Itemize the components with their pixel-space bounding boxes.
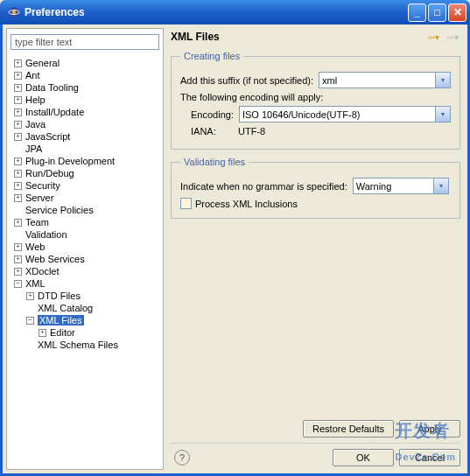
cancel-button[interactable]: Cancel <box>399 449 460 466</box>
tree-item[interactable]: −XML <box>11 277 159 290</box>
tree-item[interactable]: +Web Services <box>11 253 159 265</box>
tree-item[interactable]: +Security <box>11 179 159 192</box>
tree-item[interactable]: +Java <box>11 118 159 130</box>
tree-item[interactable]: XML Schema Files <box>11 339 159 351</box>
grammar-value: Warning <box>356 181 392 192</box>
tree-item[interactable]: +JavaScript <box>11 130 159 143</box>
preferences-tree[interactable]: +General+Ant+Data Tooling+Help+Install/U… <box>11 57 159 464</box>
expand-icon[interactable]: + <box>14 243 22 251</box>
tree-item-label[interactable]: Web Services <box>25 254 85 264</box>
tree-item[interactable]: +Run/Debug <box>11 167 159 179</box>
encoding-label: Encoding: <box>191 109 234 120</box>
tree-item[interactable]: Validation <box>11 228 159 241</box>
minimize-button[interactable]: _ <box>408 4 426 22</box>
encoding-combo[interactable]: ISO 10646/Unicode(UTF-8) ▾ <box>239 106 451 122</box>
tree-item-label[interactable]: Plug-in Development <box>25 156 115 166</box>
tree-item-label[interactable]: JavaScript <box>25 131 70 142</box>
expand-icon[interactable]: + <box>14 158 22 165</box>
inclusions-label: Process XML Inclusions <box>195 199 298 209</box>
tree-item[interactable]: +Web <box>11 241 159 253</box>
validating-files-legend: Validating files <box>180 157 249 167</box>
expand-icon[interactable]: + <box>14 194 22 202</box>
tree-item-label[interactable]: Ant <box>25 70 40 80</box>
tree-item-label[interactable]: XML Schema Files <box>38 340 118 350</box>
tree-item-label[interactable]: XML Files <box>38 315 84 326</box>
tree-item-label[interactable]: Team <box>25 217 49 228</box>
expander-spacer <box>14 206 22 214</box>
expand-icon[interactable]: + <box>14 256 22 263</box>
tree-item[interactable]: −XML Files <box>11 314 159 326</box>
right-pane: XML Files ⇦▾ ⇨▾ Creating files Add this … <box>164 24 467 473</box>
tree-item[interactable]: +Editor <box>11 326 159 339</box>
tree-item[interactable]: XML Catalog <box>11 302 159 314</box>
expand-icon[interactable]: + <box>39 329 46 337</box>
creating-files-group: Creating files Add this suffix (if not s… <box>171 51 460 150</box>
expand-icon[interactable]: + <box>14 60 22 67</box>
suffix-combo[interactable]: xml ▾ <box>319 72 451 88</box>
expand-icon[interactable]: + <box>14 121 22 129</box>
tree-item-label[interactable]: Validation <box>25 229 67 240</box>
grammar-combo[interactable]: Warning ▾ <box>353 178 449 194</box>
expand-icon[interactable]: + <box>14 96 22 104</box>
tree-item-label[interactable]: Web <box>25 242 45 252</box>
tree-item-label[interactable]: Server <box>25 192 53 203</box>
tree-item[interactable]: +General <box>11 57 159 69</box>
tree-item[interactable]: +Plug-in Development <box>11 155 159 167</box>
tree-item-label[interactable]: DTD Files <box>38 290 81 301</box>
tree-item[interactable]: +Help <box>11 94 159 106</box>
tree-item-label[interactable]: XDoclet <box>25 266 60 276</box>
ok-button[interactable]: OK <box>333 449 394 466</box>
tree-item[interactable]: +XDoclet <box>11 265 159 277</box>
suffix-label: Add this suffix (if not specified): <box>180 75 313 86</box>
expand-icon[interactable]: + <box>14 84 22 92</box>
inclusions-checkbox[interactable] <box>180 198 192 209</box>
close-button[interactable]: ✕ <box>448 4 466 22</box>
expander-spacer <box>14 231 22 239</box>
tree-item-label[interactable]: General <box>25 58 60 68</box>
expand-icon[interactable]: + <box>14 219 22 227</box>
apply-button[interactable]: Apply <box>399 420 460 438</box>
tree-item-label[interactable]: Java <box>25 119 46 130</box>
validating-files-group: Validating files Indicate when no gramma… <box>171 157 460 219</box>
expand-icon[interactable]: + <box>26 292 34 300</box>
filter-input[interactable] <box>11 34 159 50</box>
back-button[interactable]: ⇦▾ <box>425 30 441 44</box>
tree-item[interactable]: +Data Tooling <box>11 81 159 94</box>
collapse-icon[interactable]: − <box>26 317 34 325</box>
expand-icon[interactable]: + <box>14 268 22 276</box>
tree-item-label[interactable]: XML Catalog <box>38 303 93 313</box>
tree-item-label[interactable]: Install/Update <box>25 107 84 117</box>
tree-item-label[interactable]: Help <box>25 94 46 105</box>
collapse-icon[interactable]: − <box>14 280 22 288</box>
chevron-down-icon: ▾ <box>435 107 450 122</box>
tree-item-label[interactable]: Editor <box>50 327 75 338</box>
expander-spacer <box>26 304 34 312</box>
forward-button[interactable]: ⇨▾ <box>445 30 460 44</box>
tree-item[interactable]: Service Policies <box>11 204 159 216</box>
expand-icon[interactable]: + <box>14 182 22 190</box>
tree-item-label[interactable]: Data Tooling <box>25 82 79 93</box>
tree-item-label[interactable]: Service Policies <box>25 205 94 215</box>
title-bar: Preferences _ □ ✕ <box>0 0 470 24</box>
tree-item[interactable]: +Server <box>11 192 159 204</box>
expand-icon[interactable]: + <box>14 72 22 80</box>
tree-item[interactable]: +DTD Files <box>11 290 159 302</box>
tree-item-label[interactable]: Security <box>25 180 60 191</box>
tree-item-label[interactable]: Run/Debug <box>25 168 74 178</box>
tree-item[interactable]: +Team <box>11 216 159 228</box>
maximize-button[interactable]: □ <box>428 4 446 22</box>
window-title: Preferences <box>25 6 406 18</box>
tree-item[interactable]: +Install/Update <box>11 106 159 118</box>
restore-defaults-button[interactable]: Restore Defaults <box>303 420 394 438</box>
help-icon[interactable]: ? <box>174 450 190 466</box>
expand-icon[interactable]: + <box>14 133 22 141</box>
tree-item-label[interactable]: XML <box>25 278 46 289</box>
expand-icon[interactable]: + <box>14 108 22 116</box>
tree-item[interactable]: +Ant <box>11 69 159 81</box>
iana-label: IANA: <box>191 126 233 136</box>
app-icon <box>7 5 21 19</box>
expand-icon[interactable]: + <box>14 170 22 178</box>
chevron-down-icon: ▾ <box>433 178 448 193</box>
tree-item-label[interactable]: JPA <box>25 144 42 154</box>
tree-item[interactable]: JPA <box>11 143 159 155</box>
